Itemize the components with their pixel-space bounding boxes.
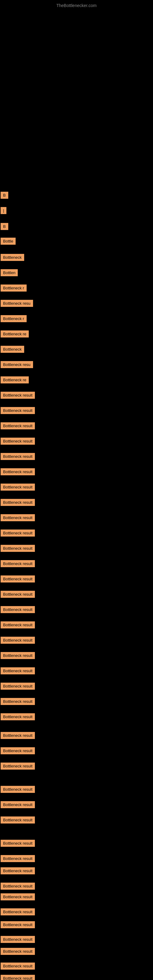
bottleneck-item: Bottleneck result <box>1 963 35 970</box>
bottleneck-item: Bottleneck re <box>1 331 29 337</box>
bottleneck-item: Bottleneck result <box>1 422 35 430</box>
bottleneck-item: Bottleneck result <box>1 713 35 720</box>
bottleneck-item: Bottleneck result <box>1 591 35 598</box>
bottleneck-item: Bottle <box>1 238 16 245</box>
bottleneck-item: Bottleneck resu <box>1 361 33 368</box>
bottleneck-item: Bottleneck result <box>1 530 35 536</box>
bottleneck-item: Bottleneck r <box>1 315 27 322</box>
bottleneck-item: Bottleneck result <box>1 762 35 770</box>
bottleneck-item: Bottleneck result <box>1 652 35 659</box>
bottleneck-item: Bottleneck r <box>1 285 27 291</box>
bottleneck-item: B <box>1 223 8 230</box>
bottleneck-item: Bottleneck result <box>1 893 35 900</box>
bottleneck-item: Bottleneck result <box>1 514 35 521</box>
bottleneck-item: Bottleneck result <box>1 732 35 739</box>
bottleneck-item: Bottleneck result <box>1 438 35 445</box>
bottleneck-item: Bottleneck result <box>1 948 35 955</box>
bottleneck-item: Bottleneck result <box>1 606 35 613</box>
bottleneck-item: Bottleneck result <box>1 747 35 754</box>
bottleneck-item: Bottleneck result <box>1 499 35 506</box>
bottleneck-item: Bottlen <box>1 269 18 276</box>
bottleneck-item: Bottleneck result <box>1 867 35 874</box>
bottleneck-item: Bottleneck re <box>1 376 29 383</box>
bottleneck-item: Bottleneck <box>1 346 24 353</box>
bottleneck-item: Bottleneck result <box>1 936 35 943</box>
bottleneck-item: Bottleneck result <box>1 786 35 793</box>
bottleneck-item: B <box>1 192 8 199</box>
bottleneck-item: Bottleneck result <box>1 637 35 644</box>
bottleneck-item: Bottleneck result <box>1 921 35 928</box>
bottleneck-item: Bottleneck result <box>1 883 35 890</box>
site-title: TheBottlenecker.com <box>0 0 153 11</box>
bottleneck-item: Bottleneck result <box>1 545 35 552</box>
bottleneck-item: | <box>1 207 6 214</box>
bottleneck-item: Bottleneck result <box>1 576 35 582</box>
bottleneck-item: Bottleneck result <box>1 840 35 847</box>
bottleneck-item: Bottleneck result <box>1 682 35 690</box>
bottleneck-item: Bottleneck result <box>1 667 35 675</box>
bottleneck-item: Bottleneck result <box>1 392 35 399</box>
bottleneck-item: Bottleneck result <box>1 621 35 628</box>
bottleneck-item: Bottleneck <box>1 254 24 261</box>
bottleneck-item: Bottleneck result <box>1 698 35 705</box>
bottleneck-item: Bottleneck result <box>1 975 35 980</box>
bottleneck-item: Bottleneck result <box>1 484 35 491</box>
bottleneck-item: Bottleneck resu <box>1 300 33 307</box>
bottleneck-item: Bottleneck result <box>1 560 35 567</box>
bottleneck-item: Bottleneck result <box>1 816 35 824</box>
bottleneck-item: Bottleneck result <box>1 801 35 808</box>
bottleneck-item: Bottleneck result <box>1 407 35 414</box>
bottleneck-item: Bottleneck result <box>1 453 35 460</box>
bottleneck-item: Bottleneck result <box>1 855 35 862</box>
bottleneck-item: Bottleneck result <box>1 908 35 915</box>
bottleneck-item: Bottleneck result <box>1 468 35 475</box>
